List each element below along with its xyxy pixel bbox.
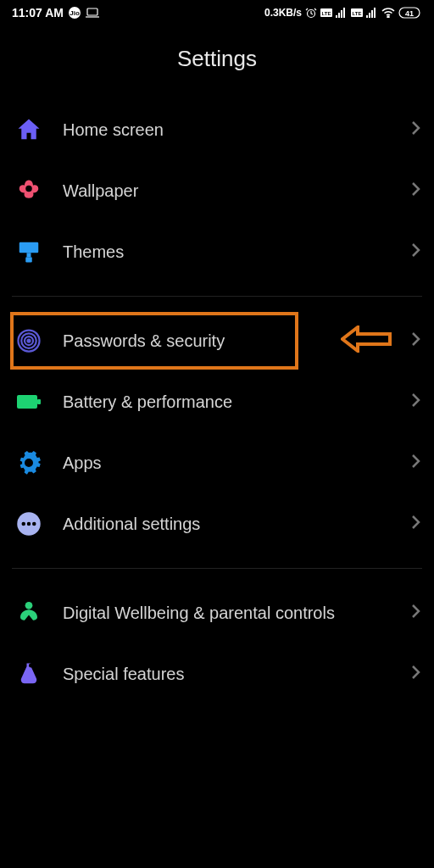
item-wellbeing[interactable]: Digital Wellbeing & parental controls [0,582,434,643]
svg-rect-7 [338,13,340,18]
item-label: Battery & performance [63,392,392,413]
home-icon [14,114,44,145]
status-left: 11:07 AM Jio [12,6,99,19]
wellbeing-icon [14,598,44,628]
divider [12,568,422,569]
svg-rect-6 [336,15,337,18]
item-label: Themes [63,242,392,263]
battery-perf-icon [14,387,44,417]
svg-rect-26 [17,395,37,409]
divider [12,296,422,297]
svg-point-25 [28,340,31,342]
item-passwords-security[interactable]: Passwords & security [0,310,434,371]
item-wallpaper[interactable]: Wallpaper [0,160,434,221]
svg-rect-14 [371,10,373,18]
svg-point-30 [27,522,31,526]
item-label: Passwords & security [63,331,392,352]
status-right: 0.3KB/s LTE LTE 41 [264,7,422,19]
svg-rect-9 [343,8,345,18]
flower-icon [14,175,44,206]
item-additional[interactable]: Additional settings [0,493,434,554]
brush-icon [14,236,44,267]
svg-rect-8 [341,10,342,18]
item-label: Special features [63,664,392,685]
chevron-right-icon [410,453,420,473]
settings-list: Home screen Wallpaper Themes Passwor [0,99,434,721]
chevron-right-icon [410,120,420,140]
signal2-icon [366,8,378,18]
chevron-right-icon [410,181,420,201]
alarm-icon [305,7,317,19]
svg-point-31 [32,522,36,526]
svg-point-29 [22,522,26,526]
item-themes[interactable]: Themes [0,221,434,282]
volte2-icon: LTE [351,8,363,17]
chevron-right-icon [410,392,420,412]
status-bar: 11:07 AM Jio 0.3KB/s LTE LTE 41 [0,0,434,25]
item-special[interactable]: Special features [0,643,434,704]
chevron-right-icon [410,331,420,351]
flask-icon [14,659,44,689]
wifi-icon [381,8,395,18]
item-label: Digital Wellbeing & parental controls [63,603,392,624]
svg-point-18 [25,186,32,192]
svg-text:LTE: LTE [353,11,362,16]
item-label: Apps [63,453,392,474]
item-label: Home screen [63,120,392,141]
svg-text:LTE: LTE [322,11,331,16]
battery-text: 41 [405,9,414,18]
status-speed: 0.3KB/s [264,7,302,19]
laptop-icon [86,8,99,18]
svg-rect-19 [19,242,39,253]
signal1-icon [336,8,348,18]
status-time: 11:07 AM [12,6,64,19]
svg-rect-2 [87,8,97,15]
svg-rect-15 [374,8,376,18]
chevron-right-icon [410,664,420,684]
chevron-right-icon [410,514,420,534]
chevron-right-icon [410,603,420,623]
jio-icon: Jio [69,7,81,19]
item-home-screen[interactable]: Home screen [0,99,434,160]
item-battery[interactable]: Battery & performance [0,371,434,432]
volte1-icon: LTE [320,8,332,17]
gear-icon [14,448,44,478]
fingerprint-icon [14,326,44,356]
svg-rect-13 [369,13,370,18]
item-apps[interactable]: Apps [0,432,434,493]
item-label: Additional settings [63,514,392,535]
chevron-right-icon [410,242,420,262]
svg-rect-20 [27,253,31,257]
svg-rect-27 [37,399,41,404]
svg-rect-12 [366,15,368,18]
battery-icon: 41 [398,7,422,19]
svg-point-32 [25,602,33,609]
dots-icon [14,509,44,539]
item-label: Wallpaper [63,181,392,202]
svg-point-33 [29,664,33,668]
svg-text:Jio: Jio [70,9,80,17]
page-title: Settings [0,25,434,99]
svg-point-16 [387,16,389,18]
svg-rect-21 [25,257,32,262]
